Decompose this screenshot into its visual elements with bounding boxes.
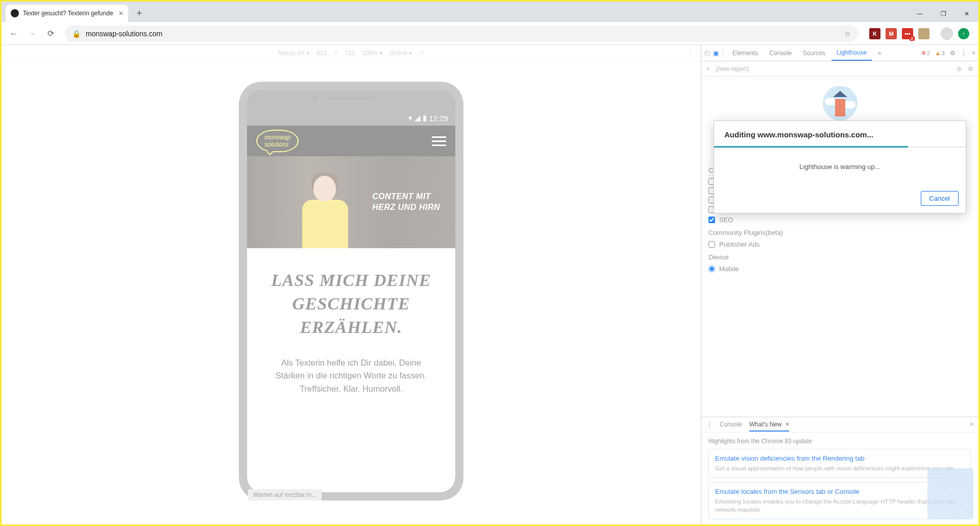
hero-tagline: CONTENT MIT HERZ UND HIRN bbox=[372, 192, 440, 213]
lighthouse-logo-icon bbox=[823, 86, 857, 121]
tab-console[interactable]: Console bbox=[764, 45, 797, 61]
phone-camera-icon bbox=[313, 96, 318, 101]
audit-modal: Auditing www.monswap-solutions.com... Li… bbox=[714, 121, 966, 213]
device-height[interactable]: 732 bbox=[345, 50, 355, 57]
profile-avatar[interactable] bbox=[941, 28, 953, 40]
category-seo[interactable]: SEO bbox=[708, 216, 971, 224]
bookmark-star-icon[interactable]: ☆ bbox=[844, 30, 851, 38]
page-headline: LASS MICH DEINE GESCHICHTE ERZÄHLEN. bbox=[261, 269, 441, 339]
drawer-tab-close-icon[interactable]: × bbox=[786, 421, 789, 428]
browser-chrome: Texter gesucht? Texterin gefunde × + — ❐… bbox=[2, 2, 978, 45]
url-input[interactable]: 🔒 monswap-solutions.com ☆ bbox=[65, 26, 858, 42]
card-title: Emulate vision deficiencies from the Ren… bbox=[715, 455, 965, 462]
modal-status: Lighthouse is warming up... bbox=[714, 148, 966, 186]
window-controls: — ❐ ✕ bbox=[908, 6, 978, 22]
wifi-icon: ▾ bbox=[408, 113, 412, 123]
devtools-panel: ◰ ▣ Elements Console Sources Lighthouse … bbox=[701, 45, 978, 524]
phone-status-bar: ▾ ◢ ▮ 12:29 bbox=[247, 90, 455, 126]
lighthouse-toolbar: + (new report) ⊘ ⚙ bbox=[701, 61, 978, 77]
highlights-heading: Highlights from the Chrome 83 update bbox=[708, 438, 971, 445]
lighthouse-add-button[interactable]: + bbox=[706, 65, 710, 73]
devtools-menu-icon[interactable]: ⋮ bbox=[961, 50, 967, 57]
devtools-tabs: ◰ ▣ Elements Console Sources Lighthouse … bbox=[701, 45, 978, 61]
extension-icons: K M ••• 2 ↑ bbox=[864, 28, 974, 40]
device-toolbar: Nexus 5X ▾ 412 × 732 100% ▾ Online ▾ ⟲ ⋮ bbox=[2, 45, 701, 61]
person-photo bbox=[293, 172, 359, 248]
plugin-publisher-ads[interactable]: Publisher Ads bbox=[708, 241, 971, 248]
plugins-heading: Community Plugins(beta) bbox=[708, 229, 971, 236]
new-tab-button[interactable]: + bbox=[132, 6, 146, 20]
throttle-selector[interactable]: Online ▾ bbox=[389, 50, 412, 57]
tab-close-icon[interactable]: × bbox=[119, 9, 123, 17]
phone-speaker-icon bbox=[328, 97, 374, 100]
phone-frame: ▾ ◢ ▮ 12:29 monswap solutions bbox=[239, 82, 463, 500]
device-heading: Device bbox=[708, 253, 971, 261]
lighthouse-body: Categories Accessibility SEO Community P… bbox=[701, 77, 978, 417]
extension-red-icon[interactable]: ••• 2 bbox=[902, 28, 913, 39]
tab-elements[interactable]: Elements bbox=[727, 45, 763, 61]
error-icon[interactable]: ⊗ bbox=[921, 50, 926, 56]
address-bar: ← → ⟳ 🔒 monswap-solutions.com ☆ K M ••• … bbox=[2, 22, 978, 45]
signal-icon: ◢ bbox=[414, 113, 421, 123]
zoom-selector[interactable]: 100% ▾ bbox=[362, 50, 382, 57]
status-tooltip: Warten auf mozbar.m... bbox=[248, 489, 322, 500]
page-subtext: Als Texterin helfe ich Dir dabei, Deine … bbox=[261, 356, 441, 396]
battery-icon: ▮ bbox=[423, 113, 427, 123]
browser-tab[interactable]: Texter gesucht? Texterin gefunde × bbox=[6, 5, 128, 22]
lock-icon: 🔒 bbox=[72, 30, 81, 38]
modal-title: Auditing www.monswap-solutions.com... bbox=[714, 121, 966, 146]
drawer-tab-console[interactable]: Console bbox=[720, 421, 742, 428]
maximize-button[interactable]: ❐ bbox=[932, 6, 955, 22]
drawer-tab-whatsnew[interactable]: What's New × bbox=[749, 421, 789, 432]
close-window-button[interactable]: ✕ bbox=[955, 6, 978, 22]
inspect-icon[interactable]: ◰ bbox=[704, 50, 710, 57]
report-selector[interactable]: (new report) bbox=[716, 65, 749, 73]
device-mode-icon[interactable]: ▣ bbox=[713, 50, 719, 57]
device-mobile[interactable]: Mobile bbox=[708, 265, 971, 273]
drawer-tabs: ⋮ Console What's New × × bbox=[701, 417, 978, 433]
forward-button[interactable]: → bbox=[24, 26, 40, 42]
site-logo[interactable]: monswap solutions bbox=[256, 130, 299, 152]
dimension-separator: × bbox=[334, 50, 337, 57]
viewport-panel: Nexus 5X ▾ 412 × 732 100% ▾ Online ▾ ⟲ ⋮… bbox=[2, 45, 701, 524]
device-selector[interactable]: Nexus 5X ▾ bbox=[278, 50, 309, 57]
radio[interactable] bbox=[708, 266, 715, 272]
gmail-icon[interactable]: M bbox=[886, 28, 897, 39]
devtools-settings-icon[interactable]: ⚙ bbox=[950, 50, 955, 57]
reload-button[interactable]: ⟳ bbox=[42, 26, 59, 42]
tab-sources[interactable]: Sources bbox=[798, 45, 830, 61]
device-more-icon[interactable]: ⋮ bbox=[688, 50, 694, 57]
decorative-art-icon bbox=[927, 468, 973, 519]
lighthouse-settings-icon[interactable]: ⚙ bbox=[968, 65, 973, 73]
hamburger-menu-icon[interactable] bbox=[432, 136, 446, 146]
minimize-button[interactable]: — bbox=[908, 6, 932, 22]
devtools-close-icon[interactable]: × bbox=[972, 50, 975, 57]
extension-green-icon[interactable]: ↑ bbox=[958, 28, 969, 39]
tab-lighthouse[interactable]: Lighthouse bbox=[831, 45, 872, 61]
cancel-button[interactable]: Cancel bbox=[921, 191, 959, 206]
hero-banner: CONTENT MIT HERZ UND HIRN bbox=[247, 156, 455, 248]
tab-more[interactable]: » bbox=[873, 45, 887, 61]
warning-icon[interactable]: ▲ bbox=[935, 50, 941, 56]
checkbox[interactable] bbox=[708, 217, 715, 223]
favicon-icon bbox=[11, 9, 19, 17]
rotate-icon[interactable]: ⟲ bbox=[419, 50, 424, 57]
extension-box-icon[interactable] bbox=[918, 28, 929, 39]
drawer-body: Highlights from the Chrome 83 update Emu… bbox=[701, 433, 978, 524]
devtools-drawer: ⋮ Console What's New × × Highlights from… bbox=[701, 417, 978, 524]
tab-title: Texter gesucht? Texterin gefunde bbox=[23, 10, 113, 17]
tab-strip: Texter gesucht? Texterin gefunde × + — ❐… bbox=[2, 2, 978, 22]
url-text: monswap-solutions.com bbox=[86, 30, 162, 38]
site-header: monswap solutions bbox=[247, 126, 455, 156]
page-content: LASS MICH DEINE GESCHICHTE ERZÄHLEN. Als… bbox=[247, 248, 455, 492]
back-button[interactable]: ← bbox=[6, 26, 22, 42]
device-width[interactable]: 412 bbox=[316, 50, 327, 57]
drawer-close-icon[interactable]: × bbox=[970, 421, 973, 428]
lighthouse-clear-icon[interactable]: ⊘ bbox=[957, 65, 962, 73]
notification-badge: 2 bbox=[910, 36, 915, 41]
extension-k-icon[interactable]: K bbox=[869, 28, 880, 39]
drawer-menu-icon[interactable]: ⋮ bbox=[706, 421, 713, 428]
clock-text: 12:29 bbox=[429, 114, 448, 123]
checkbox[interactable] bbox=[708, 241, 715, 248]
